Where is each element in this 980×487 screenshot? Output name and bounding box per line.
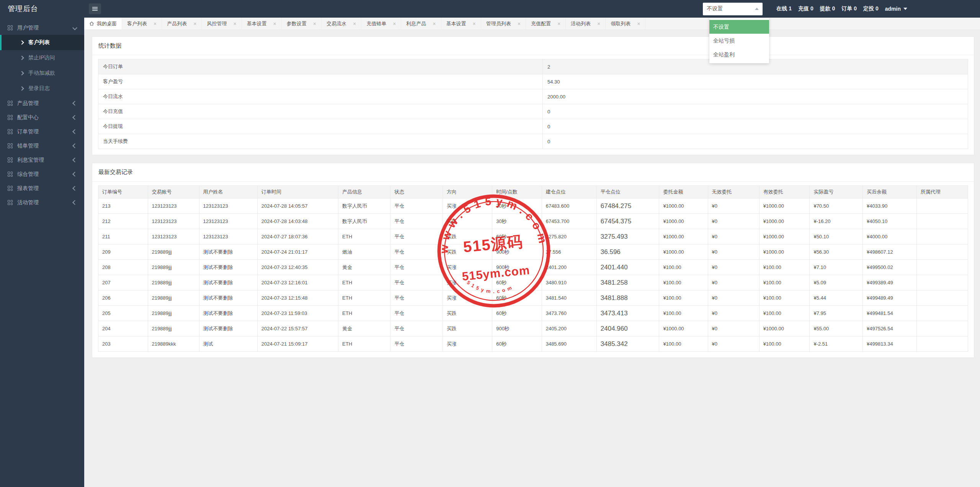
stats-row: 今日流水2000.00 (98, 89, 968, 104)
grid-icon (8, 25, 13, 30)
tab-item[interactable]: 客户列表× (122, 18, 162, 30)
trade-cell-status: 平仓 (390, 321, 443, 336)
tab-close-icon[interactable]: × (637, 21, 640, 26)
trade-cell-profit: ¥-16.20 (810, 214, 863, 229)
trade-cell-agent (916, 198, 968, 214)
tab-item[interactable]: 管理员列表× (481, 18, 526, 30)
sidebar-subitem-label: 客户列表 (28, 39, 50, 46)
tab-close-icon[interactable]: × (433, 21, 436, 26)
trade-row: 204219889jjj测试不要删除2024-07-22 15:57:57黄金平… (98, 321, 968, 336)
trade-cell-time: 2024-07-23 12:40:35 (257, 260, 338, 275)
sidebar-toggle-button[interactable] (89, 3, 101, 14)
sidebar-item[interactable]: 配置中心 (0, 110, 84, 125)
tab-item[interactable]: 活动列表× (566, 18, 606, 30)
trade-cell-agent (916, 229, 968, 244)
trade-row: 207219889jjj测试不要删除2024-07-23 12:16:01ETH… (98, 275, 968, 290)
tab-item[interactable]: 领取列表× (606, 18, 645, 30)
trade-cell-status: 平仓 (390, 290, 443, 306)
tab-item[interactable]: 基本设置× (441, 18, 481, 30)
profit-mode-select[interactable]: 不设置 (703, 3, 763, 15)
content: 统计数据 今日订单2客户盈亏54.30今日流水2000.00今日充值0今日提现0… (84, 30, 980, 487)
trade-cell-amount: ¥100.00 (659, 336, 708, 352)
tab-item[interactable]: 产品列表× (162, 18, 202, 30)
tab-item[interactable]: 充值配置× (526, 18, 566, 30)
trade-cell-valid: ¥1000.00 (759, 244, 810, 260)
trade-row: 2111231231231231231232024-07-27 18:07:36… (98, 229, 968, 244)
sidebar-item-label: 综合管理 (17, 171, 73, 178)
sidebar-item[interactable]: 报表管理 (0, 181, 84, 195)
tab-close-icon[interactable]: × (273, 21, 276, 26)
trade-cell-id: 204 (98, 321, 148, 336)
topnav-item[interactable]: 在线 1 (776, 5, 792, 12)
tab-close-icon[interactable]: × (233, 21, 236, 26)
topnav-item[interactable]: 提款 0 (820, 5, 835, 12)
trade-cell-id: 209 (98, 244, 148, 260)
tab-item[interactable]: 交易流水× (322, 18, 361, 30)
trade-cell-period: 30秒 (492, 198, 542, 214)
tab-label: 管理员列表 (486, 20, 511, 27)
trade-cell-valid: ¥100.00 (759, 306, 810, 321)
trade-cell-profit: ¥-2.51 (810, 336, 863, 352)
topnav-item[interactable]: 充值 0 (798, 5, 813, 12)
dropdown-option[interactable]: 全站亏损 (709, 34, 769, 48)
trade-cell-account: 219889jjj (148, 321, 199, 336)
sidebar-item-label: 报表管理 (17, 185, 73, 192)
tab-item[interactable]: 利息产品× (401, 18, 441, 30)
trade-cell-balance: ¥499389.49 (862, 275, 916, 290)
sidebar: 管理后台 用户管理客户列表禁止IP访问手动加减款登录日志产品管理配置中心订单管理… (0, 0, 84, 487)
tab-item[interactable]: 充值错单× (361, 18, 401, 30)
trade-cell-open: 3485.690 (542, 336, 596, 352)
sidebar-item[interactable]: 订单管理 (0, 125, 84, 139)
sidebar-subitem[interactable]: 客户列表 (0, 35, 84, 50)
trade-cell-period: 60秒 (492, 229, 542, 244)
hamburger-icon (92, 8, 98, 9)
app-root: 管理后台 用户管理客户列表禁止IP访问手动加减款登录日志产品管理配置中心订单管理… (0, 0, 980, 487)
column-header: 订单编号 (98, 186, 148, 198)
trade-cell-open: 3480.910 (542, 275, 596, 290)
tab-close-icon[interactable]: × (473, 21, 476, 26)
stats-row: 当天手续费0 (98, 134, 968, 149)
column-header: 交易账号 (148, 186, 199, 198)
tab-close-icon[interactable]: × (393, 21, 396, 26)
tab-close-icon[interactable]: × (518, 21, 521, 26)
trade-cell-invalid: ¥0 (708, 321, 759, 336)
trade-cell-status: 平仓 (390, 229, 443, 244)
tab-close-icon[interactable]: × (353, 21, 356, 26)
sidebar-item[interactable]: 用户管理 (0, 21, 84, 35)
tab-item[interactable]: 风控管理× (202, 18, 242, 30)
tab-label: 基本设置 (247, 20, 267, 27)
topnav-item[interactable]: 订单 0 (841, 5, 857, 12)
tab-close-icon[interactable]: × (193, 21, 196, 26)
grid-icon (8, 115, 13, 120)
sidebar-item[interactable]: 活动管理 (0, 195, 84, 210)
tab-close-icon[interactable]: × (313, 21, 316, 26)
tab-close-icon[interactable]: × (557, 21, 560, 26)
sidebar-item[interactable]: 利息宝管理 (0, 153, 84, 167)
tab-desktop[interactable]: 我的桌面 (84, 18, 122, 30)
trade-cell-id: 207 (98, 275, 148, 290)
admin-menu[interactable]: admin (885, 6, 907, 12)
dropdown-option[interactable]: 不设置 (709, 20, 769, 34)
dropdown-option[interactable]: 全站盈利 (709, 48, 769, 61)
sidebar-item[interactable]: 综合管理 (0, 167, 84, 181)
trade-cell-status: 平仓 (390, 306, 443, 321)
tab-item[interactable]: 参数设置× (282, 18, 322, 30)
trade-cell-status: 平仓 (390, 198, 443, 214)
trade-cell-balance: ¥4000.00 (862, 229, 916, 244)
sidebar-item[interactable]: 错单管理 (0, 139, 84, 153)
tab-close-icon[interactable]: × (154, 21, 157, 26)
trade-cell-period: 60秒 (492, 336, 542, 352)
sidebar-item[interactable]: 产品管理 (0, 96, 84, 110)
stat-label: 今日流水 (98, 89, 543, 104)
trade-cell-amount: ¥100.00 (659, 275, 708, 290)
trade-row: 206219889jjj测试不要删除2024-07-23 12:15:48ETH… (98, 290, 968, 306)
sidebar-subitem[interactable]: 登录日志 (0, 81, 84, 96)
tab-item[interactable]: 基本设置× (242, 18, 282, 30)
trades-panel: 最新交易记录 订单编号交易账号用户姓名订单时间产品信息状态方向时间/点数建仓点位… (92, 163, 974, 358)
trade-cell-name: 测试不要删除 (199, 321, 257, 336)
chevron-left-icon (72, 172, 77, 177)
sidebar-subitem[interactable]: 禁止IP访问 (0, 50, 84, 66)
topnav-item[interactable]: 定投 0 (863, 5, 879, 12)
sidebar-subitem[interactable]: 手动加减款 (0, 66, 84, 81)
tab-close-icon[interactable]: × (597, 21, 600, 26)
